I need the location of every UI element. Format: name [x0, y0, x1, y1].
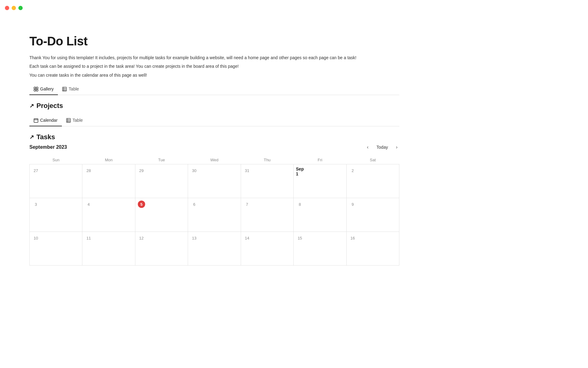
calendar-cell[interactable]: 3	[30, 198, 82, 232]
day-header-sat: Sat	[346, 156, 399, 164]
day-number: 29	[138, 167, 145, 174]
calendar-table: Sun Mon Tue Wed Thu Fri Sat 2728293031Se…	[29, 156, 399, 266]
table-icon-projects	[66, 118, 71, 123]
calendar-week-1: 3456789	[30, 198, 399, 232]
tab-calendar[interactable]: Calendar	[29, 115, 62, 126]
calendar-cell[interactable]: 8	[294, 198, 346, 232]
day-header-mon: Mon	[82, 156, 135, 164]
maximize-button[interactable]	[18, 6, 23, 10]
day-number: 15	[296, 234, 303, 242]
day-number: 8	[296, 201, 303, 208]
tab-table-projects-label: Table	[73, 118, 83, 123]
day-number: 3	[32, 201, 40, 208]
day-number: 10	[32, 234, 40, 242]
titlebar	[0, 0, 588, 16]
svg-rect-0	[34, 87, 36, 89]
calendar-cell[interactable]: 10	[30, 232, 82, 266]
day-number: 11	[85, 234, 92, 242]
day-header-fri: Fri	[294, 156, 346, 164]
svg-rect-1	[36, 87, 38, 89]
day-number: 9	[349, 201, 356, 208]
calendar-cell[interactable]: 12	[135, 232, 188, 266]
day-number: 7	[243, 201, 251, 208]
calendar-cell[interactable]: 5	[135, 198, 188, 232]
calendar-nav: ‹ Today ›	[365, 144, 399, 151]
description-2: Each task can be assigned to a project i…	[29, 63, 399, 70]
tab-table-top[interactable]: Table	[58, 84, 83, 95]
day-number: 27	[32, 167, 40, 174]
calendar-cell[interactable]: 6	[188, 198, 241, 232]
calendar-cell[interactable]: 11	[82, 232, 135, 266]
calendar-cell[interactable]: 9	[346, 198, 399, 232]
calendar-cell[interactable]: Sep 1	[294, 164, 346, 198]
projects-heading-label: Projects	[36, 102, 63, 110]
calendar-cell[interactable]: 16	[346, 232, 399, 266]
today-button[interactable]: Today	[373, 144, 391, 151]
tab-gallery-label: Gallery	[40, 86, 54, 91]
day-number: 6	[190, 201, 198, 208]
calendar-container: September 2023 ‹ Today › Sun Mon Tue Wed…	[29, 144, 399, 266]
calendar-header: September 2023 ‹ Today ›	[29, 144, 399, 151]
svg-rect-9	[34, 119, 38, 122]
main-content: To-Do List Thank You for using this temp…	[0, 16, 429, 278]
calendar-month-label: September 2023	[29, 144, 67, 150]
day-number: 28	[85, 167, 92, 174]
tab-table-projects[interactable]: Table	[62, 115, 87, 126]
projects-tabs-bar: Calendar Table	[29, 115, 399, 126]
tab-table-top-label: Table	[69, 86, 79, 91]
table-icon-top	[62, 87, 67, 91]
calendar-cell[interactable]: 30	[188, 164, 241, 198]
projects-arrow-icon: ↗	[29, 102, 34, 109]
calendar-cell[interactable]: 13	[188, 232, 241, 266]
day-number: 12	[138, 234, 145, 242]
calendar-week-0: 2728293031Sep 12	[30, 164, 399, 198]
svg-rect-3	[36, 89, 38, 91]
projects-heading: ↗ Projects	[29, 102, 399, 110]
day-number: 14	[243, 234, 251, 242]
prev-month-button[interactable]: ‹	[365, 144, 370, 151]
day-number: 31	[243, 167, 251, 174]
description-3: You can create tasks in the calendar are…	[29, 72, 399, 79]
calendar-cell[interactable]: 28	[82, 164, 135, 198]
minimize-button[interactable]	[12, 6, 16, 10]
gallery-icon	[34, 87, 38, 91]
day-header-sun: Sun	[30, 156, 82, 164]
tasks-heading-label: Tasks	[36, 133, 55, 141]
calendar-icon	[34, 118, 38, 123]
next-month-button[interactable]: ›	[394, 144, 399, 151]
calendar-cell[interactable]: 4	[82, 198, 135, 232]
day-number: 13	[190, 234, 198, 242]
calendar-cell[interactable]: 2	[346, 164, 399, 198]
calendar-cell[interactable]: 31	[241, 164, 293, 198]
day-header-wed: Wed	[188, 156, 241, 164]
calendar-week-2: 10111213141516	[30, 232, 399, 266]
calendar-cell[interactable]: 29	[135, 164, 188, 198]
tasks-heading: ↗ Tasks	[29, 133, 399, 141]
day-number: Sep 1	[296, 168, 303, 175]
day-number: 5	[138, 201, 145, 208]
calendar-cell[interactable]: 27	[30, 164, 82, 198]
day-header-tue: Tue	[135, 156, 188, 164]
page-title: To-Do List	[29, 34, 399, 48]
calendar-cell[interactable]: 15	[294, 232, 346, 266]
calendar-cell[interactable]: 14	[241, 232, 293, 266]
day-header-thu: Thu	[241, 156, 293, 164]
tab-gallery[interactable]: Gallery	[29, 84, 58, 95]
svg-rect-2	[34, 89, 36, 91]
tasks-arrow-icon: ↗	[29, 134, 34, 140]
tab-calendar-label: Calendar	[40, 118, 58, 123]
calendar-days-header: Sun Mon Tue Wed Thu Fri Sat	[30, 156, 399, 164]
day-number: 2	[349, 167, 356, 174]
day-number: 4	[85, 201, 92, 208]
close-button[interactable]	[5, 6, 9, 10]
description-1: Thank You for using this template! It in…	[29, 54, 399, 61]
top-tabs-bar: Gallery Table	[29, 84, 399, 95]
calendar-cell[interactable]: 7	[241, 198, 293, 232]
day-number: 30	[190, 167, 198, 174]
day-number: 16	[349, 234, 356, 242]
